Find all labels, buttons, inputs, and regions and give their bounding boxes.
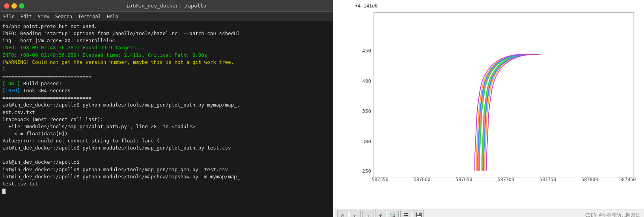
- term-line: File "modules/tools/map_gen/plot_path.py…: [2, 123, 331, 130]
- plot-window: +4.141e6 250 300 350 400 450 587550 5876…: [333, 0, 644, 217]
- settings-button[interactable]: ☰: [400, 210, 411, 217]
- svg-text:300: 300: [362, 138, 371, 144]
- svg-text:587750: 587750: [539, 177, 556, 182]
- svg-text:587600: 587600: [414, 177, 430, 182]
- save-button[interactable]: 💾: [413, 210, 424, 217]
- svg-text:250: 250: [362, 168, 371, 174]
- term-line-warning: [WARNING] Could not get the version numb…: [2, 59, 331, 66]
- term-line: INFO: (08-09 02:48:36.959) Elapsed time:…: [2, 52, 331, 59]
- svg-text:587550: 587550: [372, 177, 388, 182]
- svg-text:587850: 587850: [619, 177, 636, 182]
- svg-text:587800: 587800: [581, 177, 598, 182]
- term-line: [2, 152, 331, 159]
- term-line: INFO: (08-09 02:48:36.281) Found 3919 ta…: [2, 44, 331, 51]
- close-button[interactable]: [4, 3, 9, 9]
- menu-edit[interactable]: Edit: [21, 14, 32, 19]
- plot-area: +4.141e6 250 300 350 400 450 587550 5876…: [333, 0, 644, 210]
- menu-bar: File Edit View Search Terminal Help: [0, 12, 333, 21]
- term-line: to/pnc_point.proto but not used.: [2, 23, 331, 30]
- watermark: CSDN @小葵花幼儿园园长: [585, 212, 640, 217]
- term-line: iot@in_dev_docker:/apollo$ python module…: [2, 144, 331, 152]
- svg-text:587650: 587650: [455, 177, 472, 182]
- svg-rect-17: [374, 12, 634, 177]
- term-line: iot@in_dev_docker:/apollo$ python module…: [2, 101, 331, 108]
- term-line-info: [INFO] Took 304 seconds: [2, 87, 331, 94]
- plot-toolbar: ⌂ ← → ✛ 🔍 ☰ 💾 CSDN @小葵花幼儿园园长: [333, 210, 644, 217]
- back-button[interactable]: ←: [350, 210, 361, 217]
- terminal-output[interactable]: to/pnc_point.proto but not used. INFO: R…: [0, 21, 333, 217]
- term-line: 1: [2, 66, 331, 73]
- term-line: x = float(data[0]): [2, 130, 331, 137]
- term-line: iot@in_dev_docker:/apollo$: [2, 159, 331, 166]
- home-button[interactable]: ⌂: [337, 210, 348, 217]
- svg-text:587700: 587700: [498, 177, 514, 182]
- menu-view[interactable]: View: [38, 14, 49, 19]
- term-line: INFO: Reading 'startup' options from /ap…: [2, 30, 331, 37]
- titlebar: iot@in_dev_docker: /apollo: [0, 0, 333, 12]
- term-line: test.csv.txt: [2, 180, 331, 187]
- term-line: ==============================: [2, 94, 331, 101]
- menu-help[interactable]: Help: [107, 14, 118, 19]
- svg-text:400: 400: [362, 78, 371, 84]
- terminal-window: iot@in_dev_docker: /apollo File Edit Vie…: [0, 0, 333, 217]
- forward-button[interactable]: →: [362, 210, 373, 217]
- y-axis-label: +4.141e6: [355, 3, 378, 9]
- minimize-button[interactable]: [11, 3, 17, 9]
- chart-svg: 250 300 350 400 450 587550 587600 587650…: [355, 4, 640, 190]
- window-controls: [4, 3, 24, 9]
- maximize-button[interactable]: [19, 3, 24, 9]
- term-cursor-line: [2, 187, 331, 195]
- pan-button[interactable]: ✛: [375, 210, 386, 217]
- toolbar-icons: ⌂ ← → ✛ 🔍 ☰ 💾: [337, 210, 424, 217]
- term-line-ok: [ OK ] Build passed!: [2, 80, 331, 87]
- term-line: iot@in_dev_docker:/apollo$ python module…: [2, 166, 331, 173]
- term-line: ValueError: could not convert string to …: [2, 137, 331, 144]
- term-line: est.csv.txt: [2, 109, 331, 116]
- svg-text:450: 450: [362, 48, 371, 54]
- menu-search[interactable]: Search: [55, 14, 72, 19]
- term-line: ==============================: [2, 73, 331, 80]
- menu-terminal[interactable]: Terminal: [78, 14, 101, 19]
- svg-text:350: 350: [362, 108, 371, 114]
- window-title: iot@in_dev_docker: /apollo: [24, 3, 308, 9]
- term-line: ing --host_jvm_args=-XX:-UseParallelGC: [2, 37, 331, 44]
- term-line: iot@in_dev_docker:/apollo$ python module…: [2, 173, 331, 180]
- term-line: Traceback (most recent call last):: [2, 116, 331, 123]
- menu-file[interactable]: File: [3, 14, 15, 19]
- zoom-button[interactable]: 🔍: [388, 210, 399, 217]
